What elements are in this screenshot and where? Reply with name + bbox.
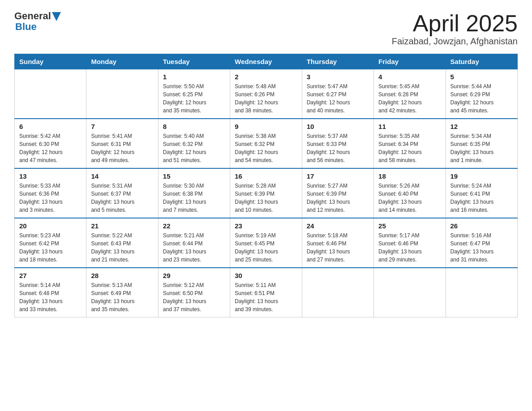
calendar-week-row: 6Sunrise: 5:42 AM Sunset: 6:30 PM Daylig… (15, 119, 518, 168)
day-number: 7 (91, 123, 153, 130)
day-info: Sunrise: 5:11 AM Sunset: 6:51 PM Dayligh… (235, 281, 297, 313)
calendar-cell: 14Sunrise: 5:31 AM Sunset: 6:37 PM Dayli… (86, 168, 158, 218)
calendar-cell: 15Sunrise: 5:30 AM Sunset: 6:38 PM Dayli… (158, 168, 230, 218)
day-number: 25 (378, 222, 441, 230)
calendar-cell: 22Sunrise: 5:21 AM Sunset: 6:44 PM Dayli… (158, 218, 230, 268)
weekday-header-sunday: Sunday (15, 54, 86, 69)
day-number: 15 (163, 172, 225, 180)
day-info: Sunrise: 5:31 AM Sunset: 6:37 PM Dayligh… (91, 182, 153, 214)
calendar-cell (86, 69, 158, 119)
day-number: 8 (163, 123, 225, 130)
page-title: April 2025 (392, 11, 518, 36)
calendar-cell: 25Sunrise: 5:17 AM Sunset: 6:46 PM Dayli… (374, 218, 446, 268)
day-info: Sunrise: 5:47 AM Sunset: 6:27 PM Dayligh… (307, 82, 369, 115)
day-info: Sunrise: 5:13 AM Sunset: 6:49 PM Dayligh… (91, 281, 153, 313)
day-info: Sunrise: 5:37 AM Sunset: 6:33 PM Dayligh… (307, 132, 369, 164)
day-number: 18 (378, 172, 441, 180)
day-number: 5 (450, 73, 513, 81)
day-info: Sunrise: 5:38 AM Sunset: 6:32 PM Dayligh… (235, 132, 297, 164)
day-info: Sunrise: 5:23 AM Sunset: 6:42 PM Dayligh… (19, 231, 82, 264)
calendar-cell (15, 69, 86, 119)
day-info: Sunrise: 5:41 AM Sunset: 6:31 PM Dayligh… (91, 132, 153, 164)
title-block: April 2025 Faizabad, Jowzjan, Afghanista… (392, 11, 518, 47)
weekday-header-wednesday: Wednesday (230, 54, 302, 69)
calendar-cell: 10Sunrise: 5:37 AM Sunset: 6:33 PM Dayli… (302, 119, 373, 168)
day-info: Sunrise: 5:16 AM Sunset: 6:47 PM Dayligh… (450, 231, 513, 264)
calendar-cell: 16Sunrise: 5:28 AM Sunset: 6:39 PM Dayli… (230, 168, 302, 218)
day-info: Sunrise: 5:18 AM Sunset: 6:46 PM Dayligh… (307, 231, 369, 264)
day-number: 1 (163, 73, 225, 81)
calendar-cell: 12Sunrise: 5:34 AM Sunset: 6:35 PM Dayli… (446, 119, 517, 168)
weekday-header-saturday: Saturday (446, 54, 517, 69)
calendar-cell: 11Sunrise: 5:35 AM Sunset: 6:34 PM Dayli… (374, 119, 446, 168)
day-number: 9 (235, 123, 297, 130)
calendar-table: SundayMondayTuesdayWednesdayThursdayFrid… (14, 54, 518, 317)
calendar-cell: 5Sunrise: 5:44 AM Sunset: 6:29 PM Daylig… (446, 69, 517, 119)
calendar-cell: 3Sunrise: 5:47 AM Sunset: 6:27 PM Daylig… (302, 69, 373, 119)
calendar-week-row: 27Sunrise: 5:14 AM Sunset: 6:48 PM Dayli… (15, 268, 518, 317)
calendar-cell: 26Sunrise: 5:16 AM Sunset: 6:47 PM Dayli… (446, 218, 517, 268)
day-number: 3 (307, 73, 369, 81)
day-info: Sunrise: 5:22 AM Sunset: 6:43 PM Dayligh… (91, 231, 153, 264)
calendar-cell: 30Sunrise: 5:11 AM Sunset: 6:51 PM Dayli… (230, 268, 302, 317)
day-info: Sunrise: 5:12 AM Sunset: 6:50 PM Dayligh… (163, 281, 225, 313)
day-info: Sunrise: 5:19 AM Sunset: 6:45 PM Dayligh… (235, 231, 297, 264)
calendar-header-row: SundayMondayTuesdayWednesdayThursdayFrid… (15, 54, 518, 69)
day-number: 2 (235, 73, 297, 81)
calendar-week-row: 13Sunrise: 5:33 AM Sunset: 6:36 PM Dayli… (15, 168, 518, 218)
calendar-cell: 24Sunrise: 5:18 AM Sunset: 6:46 PM Dayli… (302, 218, 373, 268)
calendar-cell: 23Sunrise: 5:19 AM Sunset: 6:45 PM Dayli… (230, 218, 302, 268)
weekday-header-monday: Monday (86, 54, 158, 69)
calendar-cell: 4Sunrise: 5:45 AM Sunset: 6:28 PM Daylig… (374, 69, 446, 119)
day-info: Sunrise: 5:24 AM Sunset: 6:41 PM Dayligh… (450, 182, 513, 214)
calendar-cell: 17Sunrise: 5:27 AM Sunset: 6:39 PM Dayli… (302, 168, 373, 218)
day-number: 29 (163, 272, 225, 279)
day-info: Sunrise: 5:30 AM Sunset: 6:38 PM Dayligh… (163, 182, 225, 214)
day-number: 23 (235, 222, 297, 230)
day-info: Sunrise: 5:48 AM Sunset: 6:26 PM Dayligh… (235, 82, 297, 115)
calendar-cell (302, 268, 373, 317)
day-number: 21 (91, 222, 153, 230)
logo-triangle-icon (52, 12, 61, 21)
calendar-cell: 13Sunrise: 5:33 AM Sunset: 6:36 PM Dayli… (15, 168, 86, 218)
calendar-cell (446, 268, 517, 317)
day-info: Sunrise: 5:34 AM Sunset: 6:35 PM Dayligh… (450, 132, 513, 164)
day-number: 20 (19, 222, 82, 230)
day-info: Sunrise: 5:35 AM Sunset: 6:34 PM Dayligh… (378, 132, 441, 164)
day-info: Sunrise: 5:21 AM Sunset: 6:44 PM Dayligh… (163, 231, 225, 264)
day-info: Sunrise: 5:17 AM Sunset: 6:46 PM Dayligh… (378, 231, 441, 264)
day-number: 24 (307, 222, 369, 230)
weekday-header-thursday: Thursday (302, 54, 373, 69)
day-info: Sunrise: 5:33 AM Sunset: 6:36 PM Dayligh… (19, 182, 82, 214)
day-info: Sunrise: 5:28 AM Sunset: 6:39 PM Dayligh… (235, 182, 297, 214)
day-number: 16 (235, 172, 297, 180)
day-info: Sunrise: 5:40 AM Sunset: 6:32 PM Dayligh… (163, 132, 225, 164)
calendar-cell: 21Sunrise: 5:22 AM Sunset: 6:43 PM Dayli… (86, 218, 158, 268)
logo-blue: Blue (15, 21, 61, 32)
day-number: 26 (450, 222, 513, 230)
calendar-cell: 20Sunrise: 5:23 AM Sunset: 6:42 PM Dayli… (15, 218, 86, 268)
calendar-cell: 1Sunrise: 5:50 AM Sunset: 6:25 PM Daylig… (158, 69, 230, 119)
day-number: 17 (307, 172, 369, 180)
calendar-cell (374, 268, 446, 317)
day-number: 11 (378, 123, 441, 130)
calendar-cell: 7Sunrise: 5:41 AM Sunset: 6:31 PM Daylig… (86, 119, 158, 168)
calendar-cell: 28Sunrise: 5:13 AM Sunset: 6:49 PM Dayli… (86, 268, 158, 317)
page-header: General Blue April 2025 Faizabad, Jowzja… (14, 11, 518, 47)
calendar-cell: 6Sunrise: 5:42 AM Sunset: 6:30 PM Daylig… (15, 119, 86, 168)
weekday-header-tuesday: Tuesday (158, 54, 230, 69)
page-subtitle: Faizabad, Jowzjan, Afghanistan (392, 36, 518, 47)
day-number: 28 (91, 272, 153, 279)
calendar-cell: 29Sunrise: 5:12 AM Sunset: 6:50 PM Dayli… (158, 268, 230, 317)
logo-general: General (14, 11, 51, 21)
day-info: Sunrise: 5:27 AM Sunset: 6:39 PM Dayligh… (307, 182, 369, 214)
day-number: 10 (307, 123, 369, 130)
day-info: Sunrise: 5:14 AM Sunset: 6:48 PM Dayligh… (19, 281, 82, 313)
calendar-cell: 19Sunrise: 5:24 AM Sunset: 6:41 PM Dayli… (446, 168, 517, 218)
weekday-header-friday: Friday (374, 54, 446, 69)
day-info: Sunrise: 5:42 AM Sunset: 6:30 PM Dayligh… (19, 132, 82, 164)
calendar-cell: 27Sunrise: 5:14 AM Sunset: 6:48 PM Dayli… (15, 268, 86, 317)
day-number: 13 (19, 172, 82, 180)
svg-marker-0 (52, 12, 61, 21)
calendar-week-row: 20Sunrise: 5:23 AM Sunset: 6:42 PM Dayli… (15, 218, 518, 268)
